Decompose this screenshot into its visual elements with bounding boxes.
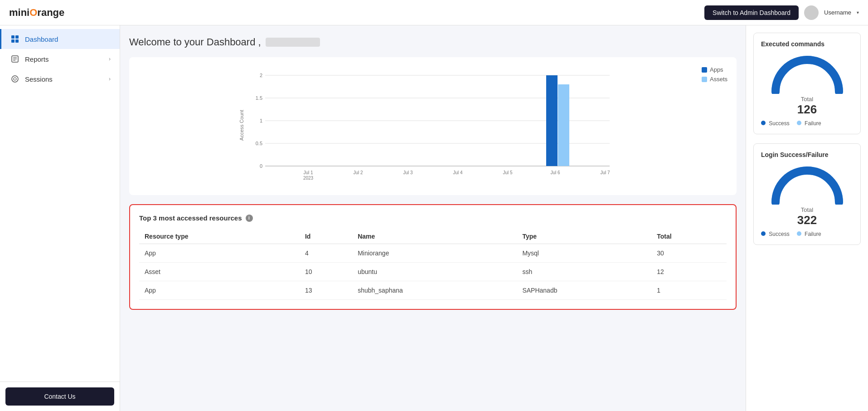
- login-widget-title: Login Success/Failure: [761, 151, 853, 158]
- svg-text:Jul 7: Jul 7: [600, 170, 610, 175]
- executed-failure-dot: [797, 121, 801, 125]
- svg-text:0.5: 0.5: [256, 141, 262, 146]
- chevron-down-icon[interactable]: ▾: [857, 10, 859, 15]
- svg-text:1.5: 1.5: [256, 95, 262, 101]
- svg-text:Access Count: Access Count: [239, 110, 244, 141]
- chevron-right-sessions-icon: ›: [109, 76, 111, 82]
- user-name: Username: [824, 9, 851, 16]
- login-failure-dot: [797, 231, 801, 236]
- switch-admin-button[interactable]: Switch to Admin Dashboard: [704, 5, 799, 20]
- cell-type-1: ssh: [517, 263, 651, 281]
- executed-legend: Success Failure: [761, 120, 853, 127]
- legend-apps: Apps: [702, 66, 727, 73]
- sidebar-item-sessions[interactable]: Sessions ›: [0, 69, 120, 89]
- topnav: miniOrange Switch to Admin Dashboard Use…: [0, 0, 868, 25]
- svg-text:Jul 1: Jul 1: [303, 170, 313, 175]
- svg-text:1: 1: [260, 118, 262, 123]
- cell-type-0: Mysql: [517, 244, 651, 263]
- table-title-text: Top 3 most accessed resources: [139, 214, 242, 222]
- table-body: App 4 Miniorange Mysql 30 Asset 10 ubunt…: [139, 244, 727, 300]
- svg-text:Jul 2: Jul 2: [353, 170, 363, 175]
- sessions-icon: [10, 74, 19, 83]
- executed-success-dot: [761, 121, 766, 125]
- col-total: Total: [651, 229, 727, 244]
- cell-total-1: 12: [651, 263, 727, 281]
- topnav-right: Switch to Admin Dashboard Username ▾: [704, 5, 859, 20]
- cell-id-0: 4: [300, 244, 352, 263]
- cell-resource-type-0: App: [139, 244, 300, 263]
- executed-commands-gauge: Total 126: [761, 53, 853, 117]
- cell-id-2: 13: [300, 281, 352, 300]
- executed-success-legend: Success: [761, 120, 790, 127]
- reports-icon: [10, 54, 19, 64]
- chart-legend: Apps Assets: [702, 66, 727, 83]
- svg-point-8: [12, 76, 18, 82]
- executed-failure-label: Failure: [805, 120, 821, 127]
- svg-rect-3: [15, 39, 19, 43]
- right-panel: Executed commands Total 126 Success: [746, 25, 868, 411]
- col-name: Name: [352, 229, 517, 244]
- svg-text:0: 0: [260, 163, 262, 169]
- svg-text:Date: Date: [432, 184, 443, 184]
- table-row: Asset 10 ubuntu ssh 12: [139, 263, 727, 281]
- main-layout: Dashboard Reports ›: [0, 25, 868, 411]
- sidebar-item-reports-label: Reports: [25, 55, 49, 63]
- sidebar-item-reports[interactable]: Reports ›: [0, 49, 120, 69]
- svg-text:Jul 6: Jul 6: [550, 170, 560, 175]
- legend-apps-label: Apps: [710, 66, 723, 73]
- bar-assets: [558, 84, 569, 166]
- login-gauge-svg: [771, 164, 844, 205]
- cell-total-0: 30: [651, 244, 727, 263]
- logo: miniOrange: [9, 7, 64, 19]
- login-success-legend: Success: [761, 231, 790, 237]
- cell-type-2: SAPHanadb: [517, 281, 651, 300]
- svg-text:Jul 5: Jul 5: [503, 170, 513, 175]
- welcome-title: Welcome to your Dashboard ,: [129, 36, 737, 48]
- cell-name-2: shubh_saphana: [352, 281, 517, 300]
- svg-text:2023: 2023: [303, 176, 314, 181]
- main-panel: Welcome to your Dashboard , Apps Assets: [120, 25, 746, 411]
- cell-resource-type-1: Asset: [139, 263, 300, 281]
- legend-assets: Assets: [702, 76, 727, 83]
- bar-chart: Access Count 2 1.5 1 0.5 0: [138, 66, 727, 184]
- table-header-row: Resource type Id Name Type Total: [139, 229, 727, 244]
- svg-rect-1: [15, 35, 19, 39]
- cell-name-1: ubuntu: [352, 263, 517, 281]
- cell-resource-type-2: App: [139, 281, 300, 300]
- dashboard-icon: [10, 34, 19, 44]
- executed-commands-gauge-svg: [771, 53, 844, 94]
- login-total-label: Total: [801, 206, 813, 213]
- legend-assets-label: Assets: [710, 76, 727, 83]
- svg-rect-2: [11, 39, 15, 43]
- assets-legend-dot: [702, 77, 707, 82]
- contact-us-button[interactable]: Contact Us: [5, 387, 114, 406]
- cell-id-1: 10: [300, 263, 352, 281]
- svg-text:2: 2: [260, 73, 262, 78]
- info-icon: i: [246, 215, 253, 222]
- col-id: Id: [300, 229, 352, 244]
- apps-legend-dot: [702, 67, 707, 73]
- welcome-text: Welcome to your Dashboard ,: [129, 36, 261, 48]
- sidebar-nav: Dashboard Reports ›: [0, 25, 120, 382]
- login-failure-legend: Failure: [797, 231, 821, 237]
- svg-text:Jul 4: Jul 4: [453, 170, 463, 175]
- login-legend: Success Failure: [761, 231, 853, 237]
- bar-apps: [546, 75, 558, 166]
- login-failure-label: Failure: [805, 231, 821, 237]
- login-success-dot: [761, 231, 766, 236]
- resources-table: Resource type Id Name Type Total App 4 M…: [139, 229, 727, 300]
- login-total-value: 322: [797, 213, 817, 227]
- table-row: App 4 Miniorange Mysql 30: [139, 244, 727, 263]
- executed-total-value: 126: [797, 103, 817, 117]
- sidebar-item-dashboard-label: Dashboard: [25, 35, 58, 43]
- chevron-right-icon: ›: [109, 56, 111, 62]
- executed-commands-widget: Executed commands Total 126 Success: [753, 33, 861, 134]
- user-name-blur: [266, 38, 320, 47]
- sidebar-footer: Contact Us: [0, 382, 120, 411]
- table-row: App 13 shubh_saphana SAPHanadb 1: [139, 281, 727, 300]
- sidebar-item-dashboard[interactable]: Dashboard: [0, 29, 120, 49]
- chart-container: Apps Assets Access Count: [129, 57, 737, 195]
- col-type: Type: [517, 229, 651, 244]
- executed-failure-legend: Failure: [797, 120, 821, 127]
- avatar: [804, 5, 819, 20]
